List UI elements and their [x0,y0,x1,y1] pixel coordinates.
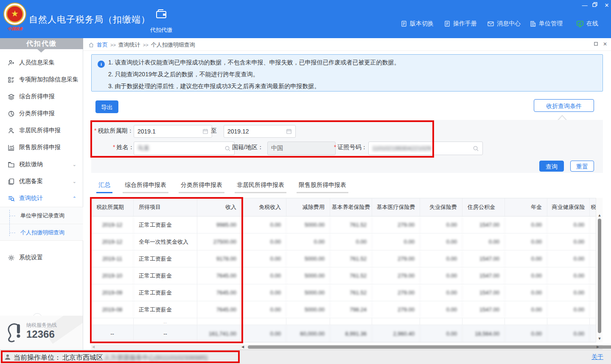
sidebar-item-system-settings[interactable]: 系统设置 [0,249,83,266]
list-collect-icon [8,76,15,83]
id-number-input[interactable]: 110102199304221029 [368,142,483,155]
sidebar-item-personnel-info[interactable]: 人员信息采集 [0,54,83,71]
period-to-input[interactable]: 2019.12 [224,125,296,138]
nationality-input: 中国 [267,142,336,155]
sidebar-item-classified-income[interactable]: 分类所得申报 [0,105,83,122]
table-total-row: -- -- 161,741.00 0.00 60,000.00 8,991.36… [91,325,596,342]
sidebar-item-tax-payment[interactable]: 税款缴纳 ⌄ [0,156,83,173]
table-row[interactable]: 2019-12 正常工资薪金 9985.00 0.00 5000.00 761.… [91,217,596,233]
search-icon[interactable] [224,145,231,152]
module-label: 代扣代缴 [144,26,178,34]
search-icon[interactable] [473,145,479,152]
home-icon [88,42,94,48]
collapse-query-button[interactable]: 收折查询条件 [534,99,594,112]
bar-chart-icon [8,144,15,151]
menu-version-switch[interactable]: 版本切换 [401,19,434,28]
window-minimize-button[interactable]: — [581,2,588,9]
user-icon [4,354,11,361]
menu-unit-management[interactable]: 单位管理 [530,19,563,28]
tab-nonresident-income[interactable]: 非居民所得申报表 [235,181,286,193]
name-label: *姓名： [113,144,134,151]
tab-classified-income[interactable]: 分类所得申报表 [179,181,224,193]
table-row[interactable]: 2019-10 正常工资薪金 7645.00 0.00 5000.00 761.… [91,267,596,284]
breadcrumb: 首页 >> 查询统计 >> 个人扣缴明细查询 [88,41,195,49]
tab-summary[interactable]: 汇总 [96,181,112,193]
table-row[interactable]: 2019-12 全年一次性奖金收入 27500.00 0.00 0.00 0.0… [91,233,596,250]
table-row[interactable]: 2019-09 正常工资薪金 7645.00 0.00 5000.00 761.… [91,284,596,301]
withholding-detail-table: 税款所属期 所得项目 收入 免税收入 减除费用 基本养老保险费 基本医疗保险费 … [91,198,596,342]
export-button[interactable]: 导出 [95,100,118,113]
horizontal-scrollbar[interactable]: ◀ ◀ ▶ [91,345,603,350]
vertical-scroll-thumb[interactable] [598,219,601,333]
notice-line: 2. 只能查询2019年及之后的数据，不能进行跨年度查询。 [108,71,259,78]
breadcrumb-home[interactable]: 首页 [97,41,108,49]
calendar-icon[interactable] [286,128,292,134]
table-row-clipped: .. [91,318,596,325]
window-restore-button[interactable] [592,2,599,8]
chevron-down-icon: ⌄ [73,179,76,184]
current-unit-name-masked: 人力资源服务中心(91110102336985) [104,354,208,362]
window-close-button[interactable]: ✕ [603,2,610,9]
gear-icon [8,254,15,261]
notice-line: 3. 由于数据处理的滞后性，建议您在申报成功3天之后再来查询最新的申报数据。 [108,83,320,90]
query-button[interactable]: 查询 [539,161,564,172]
app-header: ★ 中国税务 自然人电子税务局（扣缴端） 代扣代缴 版本切换 操作手册 消息中心… [0,0,611,38]
pie-chart-icon [8,110,15,117]
emblem-icon: ★ [6,5,24,23]
period-label: *税款所属期： [94,127,133,135]
tab-restricted-stock[interactable]: 限售股所得申报表 [297,181,348,193]
hotline-number: 12366 [26,328,55,340]
person-add-icon [8,59,15,67]
range-separator: 至 [211,127,217,135]
horizontal-scroll-thumb[interactable] [248,345,611,349]
period-from-input[interactable]: 2019.1 [134,125,212,138]
sidebar-item-comprehensive-income[interactable]: 综合所得申报 [0,88,83,105]
logo-caption: 中国税务 [3,26,27,32]
name-input[interactable]: 马某 [134,142,235,155]
reset-button[interactable]: 重置 [570,161,594,172]
sidebar-item-preferential-filing[interactable]: 优惠备案 ⌄ [0,173,83,190]
sidebar-item-nonresident-income[interactable]: 非居民所得申报 [0,122,83,139]
nationality-label: 国籍/地区： [232,144,263,151]
vertical-scrollbar[interactable]: ▲ ▼ [596,198,603,342]
pages-icon [8,178,15,185]
folder-icon [8,161,15,168]
scroll-left-arrow-faint[interactable]: ◀ [92,345,95,349]
document-icon [444,20,451,27]
report-tabs: 汇总 综合所得申报表 分类所得申报表 非居民所得申报表 限售股所得申报表 [96,181,348,193]
breadcrumb-bar: 首页 >> 查询统计 >> 个人扣缴明细查询 ✕ [83,38,611,51]
table-row[interactable]: 2019-11 正常工资薪金 9178.00 0.00 5000.00 761.… [91,250,596,267]
pane-maximize-icon[interactable] [594,42,598,46]
search-list-icon [8,195,15,202]
sidebar-item-query-statistics[interactable]: 查询统计 ⌃ [0,190,83,207]
online-monitor-icon [576,20,584,28]
pane-close-icon[interactable]: ✕ [603,41,607,47]
scroll-right-arrow[interactable]: ▶ [597,345,599,349]
notice-line: 1. 该查询统计表仅能查询已申报成功的数据，不包含未申报、申报失败，已申报但已作… [108,59,400,67]
status-bar: 当前操作单位： 北京市西城区 人力资源服务中心(91110102336985) … [0,350,611,364]
scroll-left-arrow[interactable]: ◀ [241,345,244,349]
hotline-icon [5,322,25,344]
notice-box: i 1. 该查询统计表仅能查询已申报成功的数据，不包含未申报、申报失败，已申报但… [91,54,603,92]
sidebar-item-special-deduction[interactable]: 专项附加扣除信息采集 [0,71,83,88]
sidebar-subitem-unit-declaration-query[interactable]: 单位申报记录查询 [0,207,83,224]
about-link[interactable]: 关于 [591,353,603,361]
menu-manual[interactable]: 操作手册 [444,19,477,28]
calendar-icon[interactable] [202,128,208,134]
table-header-row: 税款所属期 所得项目 收入 免税收入 减除费用 基本养老保险费 基本医疗保险费 … [91,198,596,217]
info-icon: i [98,61,105,68]
menu-message-center[interactable]: 消息中心 [487,19,521,28]
building-icon [530,20,536,27]
scroll-up-arrow[interactable]: ▲ [596,213,603,217]
wallet-icon [155,8,167,19]
sidebar-subitem-personal-withholding-query[interactable]: 个人扣缴明细查询 [0,224,83,241]
sidebar-item-restricted-stock[interactable]: 限售股所得申报 [0,139,83,156]
table-row[interactable]: 2019-08 正常工资薪金 7645.00 0.00 5000.00 798.… [91,301,596,318]
app-title: 自然人电子税务局（扣缴端） [29,14,150,25]
breadcrumb-level1: 查询统计 [118,41,140,49]
scroll-down-arrow[interactable]: ▼ [596,336,603,341]
layers-icon [8,93,15,100]
chevron-down-icon: ⌄ [73,162,76,167]
tab-comprehensive-income[interactable]: 综合所得申报表 [123,181,168,193]
sidebar-title: 代扣代缴 [0,38,83,49]
